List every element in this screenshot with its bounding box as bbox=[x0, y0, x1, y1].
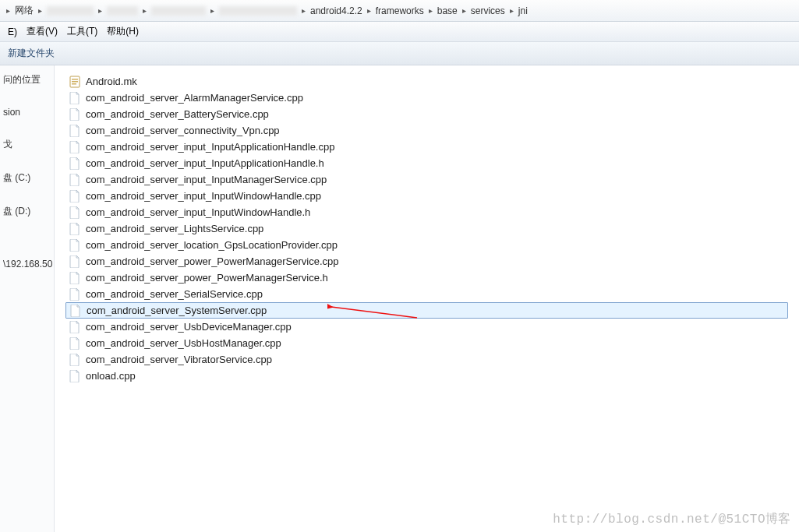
file-row[interactable]: com_android_server_BatteryService.cpp bbox=[65, 106, 788, 122]
crumb-base[interactable]: base bbox=[434, 2, 461, 19]
file-row[interactable]: onload.cpp bbox=[65, 368, 788, 384]
file-name: com_android_server_VibratorService.cpp bbox=[86, 354, 272, 365]
makefile-icon bbox=[69, 76, 81, 88]
file-row[interactable]: com_android_server_VibratorService.cpp bbox=[65, 351, 788, 368]
address-bar[interactable]: ▸ 网络 ▸ ▸ ▸ ▸ ▸ android4.2.2 ▸ frameworks… bbox=[0, 0, 799, 22]
file-name: com_android_server_UsbDeviceManager.cpp bbox=[86, 321, 292, 333]
menu-tools[interactable]: 工具(T) bbox=[62, 23, 102, 41]
crumb-frameworks[interactable]: frameworks bbox=[373, 2, 427, 19]
chevron-right-icon: ▸ bbox=[37, 6, 44, 15]
file-name: com_android_server_connectivity_Vpn.cpp bbox=[86, 125, 280, 136]
file-name: com_android_server_input_InputWindowHand… bbox=[86, 190, 321, 202]
file-name: com_android_server_LightsService.cpp bbox=[86, 223, 263, 234]
file-row[interactable]: com_android_server_input_InputWindowHand… bbox=[65, 188, 788, 204]
file-icon bbox=[69, 223, 81, 235]
sidebar-item-drive-c[interactable]: 盘 (C:) bbox=[3, 171, 51, 185]
file-icon bbox=[69, 125, 81, 137]
crumb-jni[interactable]: jni bbox=[515, 2, 531, 19]
file-name: com_android_server_BatteryService.cpp bbox=[86, 108, 269, 120]
chevron-right-icon: ▸ bbox=[209, 6, 216, 15]
crumb-android[interactable]: android4.2.2 bbox=[307, 2, 366, 19]
file-name: com_android_server_input_InputWindowHand… bbox=[86, 206, 310, 218]
file-row[interactable]: Android.mk bbox=[65, 73, 788, 90]
file-row[interactable]: com_android_server_power_PowerManagerSer… bbox=[65, 253, 788, 270]
file-icon bbox=[69, 321, 81, 333]
sidebar-item-sion[interactable]: sion bbox=[3, 107, 51, 118]
file-icon bbox=[69, 370, 81, 382]
chevron-right-icon: ▸ bbox=[427, 6, 434, 15]
file-name: com_android_server_UsbHostManager.cpp bbox=[86, 337, 281, 349]
file-icon bbox=[69, 92, 81, 104]
file-row[interactable]: com_android_server_power_PowerManagerSer… bbox=[65, 270, 788, 286]
main-area: 问的位置 sion 戈 盘 (C:) 盘 (D:) \192.168.50 An… bbox=[0, 65, 799, 532]
menu-edit[interactable]: E) bbox=[3, 24, 22, 40]
new-folder-button[interactable]: 新建文件夹 bbox=[8, 47, 55, 60]
file-icon bbox=[69, 190, 81, 203]
chevron-right-icon: ▸ bbox=[5, 6, 12, 15]
chevron-right-icon: ▸ bbox=[461, 6, 468, 15]
file-name: com_android_server_SerialService.cpp bbox=[86, 288, 263, 300]
nav-pane[interactable]: 问的位置 sion 戈 盘 (C:) 盘 (D:) \192.168.50 bbox=[0, 65, 55, 532]
chevron-right-icon: ▸ bbox=[508, 6, 515, 15]
crumb-network[interactable]: 网络 bbox=[12, 2, 37, 19]
file-row[interactable]: com_android_server_SystemServer.cpp bbox=[65, 302, 788, 319]
file-name: com_android_server_input_InputApplicatio… bbox=[86, 157, 324, 169]
file-name: onload.cpp bbox=[86, 370, 136, 382]
file-row[interactable]: com_android_server_location_GpsLocationP… bbox=[65, 237, 788, 253]
chevron-right-icon: ▸ bbox=[300, 6, 307, 15]
file-row[interactable]: com_android_server_SerialService.cpp bbox=[65, 286, 788, 302]
file-row[interactable]: com_android_server_LightsService.cpp bbox=[65, 220, 788, 237]
file-name: com_android_server_input_InputManagerSer… bbox=[86, 174, 327, 185]
file-icon bbox=[69, 206, 81, 219]
file-list-pane[interactable]: Android.mkcom_android_server_AlarmManage… bbox=[55, 65, 799, 532]
file-row[interactable]: com_android_server_UsbDeviceManager.cpp bbox=[65, 319, 788, 335]
file-row[interactable]: com_android_server_input_InputApplicatio… bbox=[65, 139, 788, 155]
file-icon bbox=[69, 108, 81, 121]
sidebar-item-network-ip[interactable]: \192.168.50 bbox=[3, 259, 51, 270]
svg-rect-3 bbox=[72, 83, 76, 85]
sidebar-item-unk[interactable]: 戈 bbox=[3, 138, 51, 151]
file-name: com_android_server_location_GpsLocationP… bbox=[86, 239, 338, 251]
file-row[interactable]: com_android_server_input_InputManagerSer… bbox=[65, 171, 788, 188]
file-icon bbox=[69, 157, 81, 170]
crumb-blurred bbox=[107, 6, 138, 16]
chevron-right-icon: ▸ bbox=[97, 6, 104, 15]
chevron-right-icon: ▸ bbox=[141, 6, 148, 15]
file-icon bbox=[69, 141, 81, 153]
crumb-blurred bbox=[219, 6, 297, 16]
file-row[interactable]: com_android_server_input_InputApplicatio… bbox=[65, 155, 788, 171]
watermark-text: http://blog.csdn.net/@51CTO博客 bbox=[553, 511, 791, 527]
svg-rect-2 bbox=[72, 81, 78, 83]
file-name: com_android_server_SystemServer.cpp bbox=[87, 305, 267, 316]
sidebar-item-recent[interactable]: 问的位置 bbox=[3, 73, 51, 86]
crumb-blurred bbox=[151, 6, 206, 16]
file-icon bbox=[69, 239, 81, 252]
file-icon bbox=[69, 354, 81, 366]
command-bar: 新建文件夹 bbox=[0, 42, 799, 65]
file-row[interactable]: com_android_server_UsbHostManager.cpp bbox=[65, 335, 788, 351]
menu-bar: E) 查看(V) 工具(T) 帮助(H) bbox=[0, 22, 799, 42]
file-icon bbox=[69, 255, 81, 268]
file-name: com_android_server_input_InputApplicatio… bbox=[86, 141, 334, 153]
file-name: com_android_server_AlarmManagerService.c… bbox=[86, 92, 303, 104]
sidebar-item-drive-d[interactable]: 盘 (D:) bbox=[3, 205, 51, 218]
svg-rect-1 bbox=[72, 79, 78, 80]
file-row[interactable]: com_android_server_AlarmManagerService.c… bbox=[65, 90, 788, 106]
file-name: com_android_server_power_PowerManagerSer… bbox=[86, 255, 338, 267]
file-icon bbox=[69, 305, 82, 317]
file-row[interactable]: com_android_server_input_InputWindowHand… bbox=[65, 204, 788, 220]
file-icon bbox=[69, 337, 81, 350]
file-icon bbox=[69, 174, 81, 186]
crumb-services[interactable]: services bbox=[468, 2, 508, 19]
file-icon bbox=[69, 272, 81, 284]
file-row[interactable]: com_android_server_connectivity_Vpn.cpp bbox=[65, 122, 788, 139]
chevron-right-icon: ▸ bbox=[366, 6, 373, 15]
file-name: com_android_server_power_PowerManagerSer… bbox=[86, 272, 328, 284]
file-name: Android.mk bbox=[86, 76, 137, 87]
menu-view[interactable]: 查看(V) bbox=[22, 23, 62, 41]
file-icon bbox=[69, 288, 81, 301]
crumb-blurred bbox=[47, 6, 94, 16]
menu-help[interactable]: 帮助(H) bbox=[102, 23, 143, 41]
